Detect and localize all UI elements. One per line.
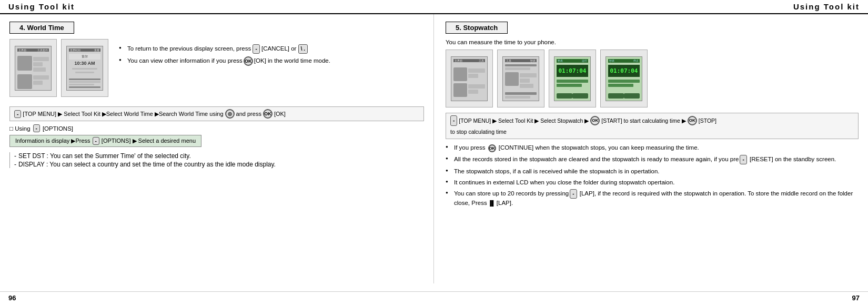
page-header: Using Tool kit Using Tool kit [0,0,868,14]
stopwatch-phone-2: 工具秒表 [497,50,544,107]
stopwatch-bullet-4: It continues in external LCD when you cl… [446,178,859,187]
options-instruction: Information is display ▶Press - [OPTIONS… [9,135,201,147]
stopwatch-bullet-2: All the records stored in the stopwatch … [446,155,859,164]
footer-right-page: 97 [852,294,860,302]
stopwatch-phone-3: 秒表 运行 01:07:04 [549,50,596,107]
stopwatch-bullet-3: The stopwatch stops, if a call is receiv… [446,167,859,175]
info-items: - SET DST : You can set the Summer Time'… [9,152,424,168]
world-time-title-box: 4. World Time [9,22,74,34]
phone-image-1: 主界面工具套件 [9,39,57,97]
phone-image-2: 世界时间查看 首尔 10:30 AM [61,39,108,97]
left-section: 4. World Time 主界面工具套件 [0,14,434,283]
stopwatch-phone-4: 秒表 停止 01:07:04 [600,50,648,107]
header-right-title: Using Tool kit [793,2,860,11]
stopwatch-images: 主界面工具 [446,50,859,107]
bullet-1: To return to the previous display screen… [119,44,424,54]
world-time-images: 主界面工具套件 [9,39,108,97]
right-section: 5. Stopwatch You can measure the time to… [434,14,868,283]
stopwatch-phone-1: 主界面工具 [446,50,493,107]
header-left-title: Using Tool kit [8,2,75,11]
info-item-1: - SET DST : You can set the Summer Time'… [14,152,424,160]
stopwatch-bullets: If you press OK [CONTINUE] when the stop… [446,143,859,207]
stopwatch-bullet-5: You can store up to 20 records by pressi… [446,189,859,207]
stopwatch-title-box: 5. Stopwatch [446,22,508,34]
world-time-bullets: To return to the previous display screen… [119,41,424,69]
world-time-nav-instruction: - [TOP MENU] ▶ Select Tool Kit ▶Select W… [9,106,424,121]
using-line: □ Using - [OPTIONS] [9,124,424,132]
footer-left-page: 96 [8,294,16,302]
info-item-2: - DISPLAY : You can select a country and… [14,161,424,168]
bullet-2: You can view other information if you pr… [119,56,424,66]
stopwatch-intro: You can measure the time to your phone. [446,39,859,45]
stopwatch-nav-instruction: - [TOP MENU] ▶ Select Tool Kit ▶ Select … [446,113,859,139]
page-footer: 96 97 [0,291,868,304]
stopwatch-bullet-1: If you press OK [CONTINUE] when the stop… [446,143,859,152]
